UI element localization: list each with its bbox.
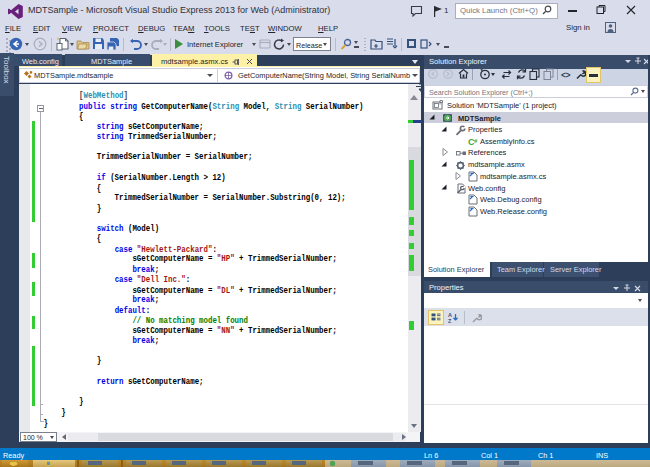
svg-text:Z: Z — [448, 318, 452, 324]
svg-text:#: # — [474, 138, 478, 144]
